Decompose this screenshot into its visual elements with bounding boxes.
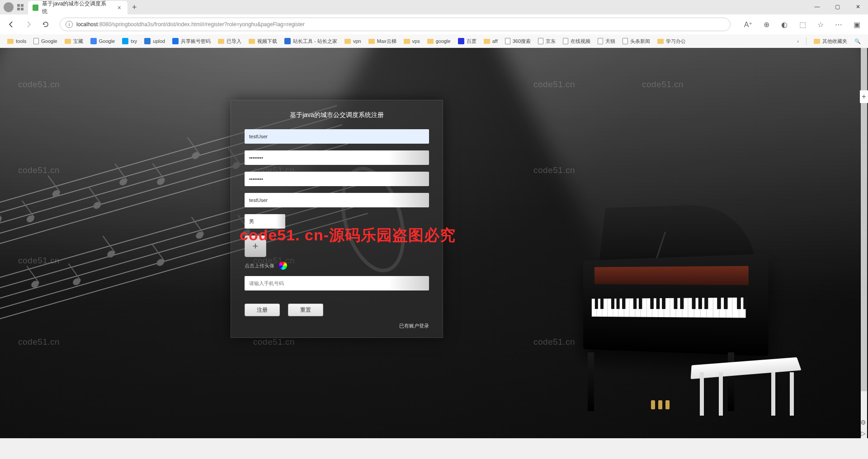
bookmark-item[interactable]: 视频下载 bbox=[246, 37, 280, 46]
collections-icon[interactable]: ▣ bbox=[850, 18, 863, 31]
refresh-button[interactable] bbox=[39, 18, 52, 31]
bookmark-item[interactable]: 已导入 bbox=[215, 37, 244, 46]
avatar-upload-button[interactable]: + bbox=[245, 235, 266, 257]
bookmark-label: Max云梯 bbox=[377, 38, 396, 45]
close-button[interactable]: ✕ bbox=[848, 0, 868, 14]
tab-close-icon[interactable]: × bbox=[118, 4, 121, 11]
bookmark-label: vpn bbox=[353, 38, 361, 44]
watermark-text: code51.cn bbox=[18, 256, 60, 266]
watermark-text: code51.cn bbox=[533, 165, 575, 175]
bookmark-item[interactable]: 在线视频 bbox=[560, 37, 593, 46]
zoom-icon[interactable]: ⊕ bbox=[760, 18, 773, 31]
login-link[interactable]: 已有账户登录 bbox=[245, 323, 429, 329]
sync-icon[interactable]: ◐ bbox=[778, 18, 791, 31]
bookmark-label: tools bbox=[16, 38, 26, 44]
bookmark-label: 360搜索 bbox=[513, 38, 531, 45]
workspace-icon[interactable] bbox=[16, 3, 24, 11]
folder-icon bbox=[484, 39, 490, 44]
extensions-icon[interactable]: ⬚ bbox=[796, 18, 809, 31]
bookmark-item[interactable]: 宝藏 bbox=[62, 37, 86, 46]
register-button[interactable]: 注册 bbox=[245, 304, 280, 316]
username-input[interactable] bbox=[245, 129, 429, 144]
bookmarks-overflow-icon[interactable]: › bbox=[794, 38, 802, 44]
sidebar-collapse-icon[interactable]: ▷ bbox=[859, 429, 867, 437]
plus-icon: + bbox=[253, 240, 259, 252]
reader-icon[interactable]: A⁺ bbox=[741, 18, 755, 31]
page-icon bbox=[505, 38, 510, 44]
svg-rect-0 bbox=[17, 4, 20, 7]
forward-button[interactable] bbox=[22, 18, 35, 31]
bookmark-item[interactable]: 共享账号密码 bbox=[170, 37, 213, 46]
bookmark-label: uplod bbox=[153, 38, 165, 44]
address-bar[interactable]: i localhost:8080/springbootdha3s/front/d… bbox=[60, 18, 731, 31]
menu-icon[interactable]: ⋯ bbox=[832, 18, 845, 31]
confirm-password-input[interactable] bbox=[245, 172, 429, 186]
bookmark-item[interactable]: 百度 bbox=[455, 37, 479, 46]
color-wheel-icon bbox=[279, 262, 287, 270]
bookmark-item[interactable]: Google bbox=[31, 37, 60, 46]
minimize-button[interactable]: — bbox=[807, 0, 827, 14]
page-icon bbox=[623, 38, 628, 44]
bookmarks-bar: toolsGoogle宝藏Googletxyuplod共享账号密码已导入视频下载… bbox=[0, 34, 868, 48]
watermark-text: code51.cn bbox=[18, 80, 60, 89]
bookmark-item[interactable]: tools bbox=[5, 37, 29, 45]
site-info-icon[interactable]: i bbox=[66, 21, 73, 28]
bookmark-label: 京东 bbox=[546, 38, 556, 45]
bookmark-item[interactable]: vps bbox=[401, 37, 423, 45]
other-bookmarks[interactable]: 其他收藏夹 bbox=[811, 37, 850, 46]
folder-icon bbox=[65, 39, 71, 44]
bookmark-item[interactable]: 天猫 bbox=[595, 37, 618, 46]
bookmark-label: txy bbox=[131, 38, 137, 44]
bookmark-label: vps bbox=[412, 38, 420, 44]
page-scrollbar[interactable] bbox=[861, 48, 867, 438]
svg-rect-1 bbox=[21, 4, 24, 7]
bookmark-label: 已导入 bbox=[226, 38, 241, 45]
gender-select[interactable] bbox=[245, 214, 285, 229]
page-icon bbox=[598, 38, 603, 44]
svg-rect-3 bbox=[21, 8, 24, 10]
bookmark-item[interactable]: 站长工具 - 站长之家 bbox=[282, 37, 340, 46]
bookmark-item[interactable]: google bbox=[425, 37, 453, 45]
piano-decor bbox=[574, 203, 809, 411]
bookmark-label: 百度 bbox=[467, 38, 476, 45]
maximize-button[interactable]: ▢ bbox=[827, 0, 848, 14]
bookmark-item[interactable]: 京东 bbox=[535, 37, 558, 46]
bookmark-item[interactable]: 360搜索 bbox=[502, 37, 533, 46]
nickname-input[interactable] bbox=[245, 193, 429, 207]
profile-avatar-icon[interactable] bbox=[4, 2, 14, 12]
site-icon bbox=[172, 38, 179, 44]
folder-icon bbox=[814, 39, 820, 44]
watermark-text: code51.cn bbox=[253, 48, 295, 49]
bookmark-item[interactable]: 学习办公 bbox=[655, 37, 689, 46]
back-button[interactable] bbox=[5, 18, 18, 31]
bookmark-item[interactable]: aff bbox=[481, 37, 500, 45]
bookmark-label: 在线视频 bbox=[571, 38, 590, 45]
bookmark-label: Google bbox=[41, 38, 57, 44]
folder-icon bbox=[427, 39, 434, 44]
upload-hint: 点击上传头像 bbox=[245, 262, 274, 269]
search-bookmarks-icon[interactable]: 🔍 bbox=[852, 38, 863, 44]
bookmark-item[interactable]: Max云梯 bbox=[366, 37, 399, 46]
sidebar-add-icon[interactable]: + bbox=[860, 90, 868, 103]
sidebar-settings-icon[interactable]: ⚙ bbox=[859, 418, 867, 426]
new-tab-button[interactable]: + bbox=[132, 3, 137, 12]
bookmark-item[interactable]: uplod bbox=[142, 37, 168, 46]
watermark-text: code51.cn bbox=[253, 337, 295, 347]
bookmark-item[interactable]: vpn bbox=[342, 37, 364, 45]
browser-tab[interactable]: 基于java的城市公交调度系统 × bbox=[28, 1, 127, 14]
tab-favicon-icon bbox=[33, 5, 38, 11]
folder-icon bbox=[657, 39, 664, 44]
password-input[interactable] bbox=[245, 150, 429, 165]
svg-rect-2 bbox=[17, 8, 20, 10]
reset-button[interactable]: 重置 bbox=[288, 304, 323, 316]
folder-icon bbox=[218, 39, 224, 44]
site-icon bbox=[284, 38, 291, 44]
bookmark-item[interactable]: Google bbox=[88, 37, 118, 46]
bookmark-label: 站长工具 - 站长之家 bbox=[293, 38, 337, 45]
favorite-icon[interactable]: ☆ bbox=[814, 18, 827, 31]
watermark-text: code51.cn bbox=[533, 337, 575, 347]
url-path: :8080/springbootdha3s/front/dist/index.h… bbox=[98, 21, 305, 28]
bookmark-item[interactable]: 头条新闻 bbox=[620, 37, 653, 46]
phone-input[interactable] bbox=[245, 276, 429, 290]
bookmark-item[interactable]: txy bbox=[119, 37, 140, 46]
